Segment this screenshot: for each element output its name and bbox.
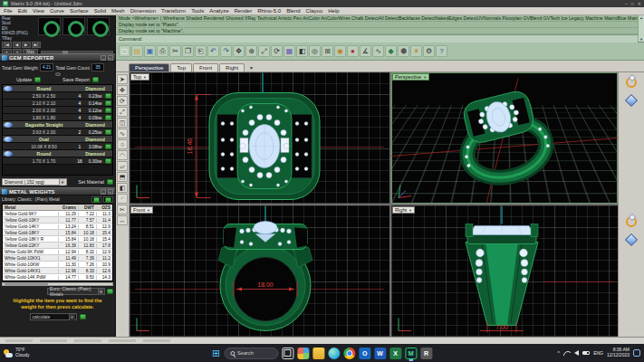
metal-table-row[interactable]: Yellow Gold-18KY R 15.84 10.18 15.4 xyxy=(3,236,112,243)
ring-library-icon[interactable] xyxy=(623,75,639,90)
surface-tools[interactable]: ◆ xyxy=(385,45,397,57)
redo[interactable]: ↷ xyxy=(220,45,232,57)
library-nav-button[interactable]: ◀ xyxy=(13,42,21,48)
menu-item[interactable]: View xyxy=(33,8,44,14)
viewport-tab[interactable]: Perspective xyxy=(129,63,169,71)
dimension-tool[interactable]: ↔ xyxy=(117,215,128,225)
metal-library-button[interactable] xyxy=(107,289,113,294)
metal-link-field[interactable] xyxy=(103,196,113,203)
viewport-tab[interactable]: Front xyxy=(193,63,218,71)
gem-table-row[interactable]: Baguette Straight Diamond xyxy=(3,121,112,129)
gem-row-action-button[interactable] xyxy=(105,108,111,113)
command-scrollbar[interactable]: ▲ ▼ xyxy=(638,15,644,42)
viewport-tab-dropdown-icon[interactable]: ▼ xyxy=(247,64,255,71)
zoom-in[interactable]: ⊕ xyxy=(245,45,257,57)
language-indicator[interactable]: ENG xyxy=(593,350,603,356)
gem-row-action-button[interactable] xyxy=(105,115,111,120)
menu-item[interactable]: File xyxy=(4,8,13,14)
rhino-app[interactable]: R xyxy=(420,348,432,359)
gem-table-row[interactable]: 2.00 X 2.00 4 0.12tw xyxy=(3,107,112,114)
taskbar-clock[interactable]: 8:36 AM 12/12/2023 xyxy=(607,348,630,357)
menu-item[interactable]: Analyze xyxy=(209,8,228,14)
calculate-dropdown[interactable]: calculate ▼ xyxy=(30,313,77,320)
widgets[interactable] xyxy=(297,348,309,359)
gumball[interactable]: ◉ xyxy=(334,45,346,57)
extrude-tool[interactable]: ⬒ xyxy=(117,172,128,182)
circle-tool[interactable]: ○ xyxy=(117,139,128,149)
library-nav-button[interactable]: ▶| xyxy=(32,42,42,48)
hidden-icons-chevron[interactable]: ^ xyxy=(557,350,560,356)
measure[interactable]: ∡ xyxy=(360,45,371,57)
gem-table-row[interactable]: 1.70 X 1.70 16 0.30tw xyxy=(3,157,112,165)
notifications-icon[interactable] xyxy=(633,349,640,357)
rotate-view[interactable]: ⟳ xyxy=(271,45,283,57)
panel-collapse-icon[interactable]: – xyxy=(101,189,106,195)
cut[interactable]: ✂ xyxy=(169,45,181,57)
metal-table-row[interactable]: Yellow Gold-9KY 11.29 7.22 11.3 xyxy=(3,211,112,217)
menu-item[interactable]: Surface xyxy=(70,8,89,14)
menu-item[interactable]: Transform xyxy=(161,8,186,14)
fillet-tool[interactable]: ◜ xyxy=(117,194,128,204)
boolean-tool[interactable]: ◧ xyxy=(117,183,128,193)
outlook[interactable]: O xyxy=(359,348,370,359)
viewport-top[interactable]: Top▼ xyxy=(130,72,389,204)
select-tool[interactable]: ➤ xyxy=(117,74,128,84)
viewport-front-label[interactable]: Front▼ xyxy=(130,206,153,214)
library-nav-button[interactable]: ▶ xyxy=(22,42,30,48)
gem-row-action-button[interactable] xyxy=(105,100,111,106)
word[interactable]: W xyxy=(374,348,386,359)
paste[interactable]: ⎗ xyxy=(195,45,207,57)
viewport-tab[interactable]: Right xyxy=(219,63,245,71)
metal-table-row[interactable]: Yellow Gold-18KY 15.84 10.18 15.4 xyxy=(3,230,112,236)
metal-table-row[interactable]: Yellow Gold-14KY 13.24 8.51 12.9 xyxy=(3,224,112,230)
gem-table-row[interactable]: Oval Diamond xyxy=(3,136,112,143)
gem-table-row[interactable]: 2.10 X 2.10 4 0.14tw xyxy=(3,100,112,107)
wifi-icon[interactable] xyxy=(563,351,571,356)
library-zoom-slider[interactable] xyxy=(41,51,113,53)
update-button[interactable] xyxy=(34,77,41,82)
material-editor[interactable]: ⚙ xyxy=(423,45,435,57)
curve-tool[interactable]: ∿ xyxy=(117,129,128,138)
gem-row-action-button[interactable] xyxy=(105,129,111,135)
gem-table-row[interactable]: 10.08 X 8.50 1 3.08tw xyxy=(3,143,112,150)
gem-table-row[interactable]: Round Diamond xyxy=(3,150,112,157)
viewport-tab[interactable]: Top xyxy=(170,63,192,71)
chrome-browser[interactable] xyxy=(343,348,355,359)
menu-item[interactable]: Clayoo xyxy=(306,8,323,14)
solid-tools[interactable]: ⬢ xyxy=(398,45,409,57)
scale-tool[interactable]: ⤢ xyxy=(117,107,128,117)
mirror-tool[interactable]: ◫ xyxy=(117,118,128,128)
calculate-button[interactable] xyxy=(80,314,86,319)
save[interactable]: ▣ xyxy=(144,45,156,57)
battery-icon[interactable] xyxy=(582,351,590,355)
metal-table-row[interactable]: White Gold-14KX1 12.96 8.33 12.6 xyxy=(3,268,112,274)
library-nav-button[interactable]: |◀ xyxy=(2,42,12,48)
print[interactable]: ⎙ xyxy=(157,45,168,57)
viewport-right[interactable]: Right▼ xyxy=(391,205,618,337)
display-mode[interactable]: ◧ xyxy=(296,45,308,57)
menu-item[interactable]: Help xyxy=(328,8,339,14)
metal-table-row[interactable]: White Gold-10KW 11.30 7.26 10.9 xyxy=(3,262,112,268)
gem-table-row[interactable]: 2.50 X 2.50 4 0.23tw xyxy=(3,92,112,100)
trim-tool[interactable]: ✂ xyxy=(117,205,128,214)
weather-widget[interactable]: 70°F Cloudy xyxy=(4,348,112,357)
viewport-front[interactable]: Front▼ xyxy=(130,205,389,337)
zoom-extents[interactable]: ⤢ xyxy=(258,45,270,57)
layers[interactable]: ▦ xyxy=(284,45,295,57)
ring-thumbnail[interactable] xyxy=(38,17,61,35)
viewport-perspective-label[interactable]: Perspective▼ xyxy=(392,73,429,81)
menu-item[interactable]: Render xyxy=(235,8,253,14)
polyline-tool[interactable]: ▱ xyxy=(117,161,128,171)
gem-table-row[interactable]: 3.93 X 2.00 2 0.25tw xyxy=(3,129,112,136)
gem-material-dropdown[interactable]: Diamond (.152 spg) ▼ xyxy=(2,178,67,186)
copy[interactable]: ❐ xyxy=(182,45,194,57)
undo[interactable]: ↶ xyxy=(207,45,219,57)
menu-item[interactable]: Solid xyxy=(94,8,106,14)
minimize-button[interactable]: – xyxy=(625,1,628,6)
gem-table-row[interactable]: Round Diamond xyxy=(3,85,112,92)
menu-item[interactable]: Dimension xyxy=(130,8,156,14)
panel-pin-icon[interactable]: ▪ xyxy=(108,189,113,195)
menu-item[interactable]: Curve xyxy=(50,8,64,14)
gem-row-action-button[interactable] xyxy=(105,93,111,99)
record-history[interactable]: ● xyxy=(347,45,359,57)
